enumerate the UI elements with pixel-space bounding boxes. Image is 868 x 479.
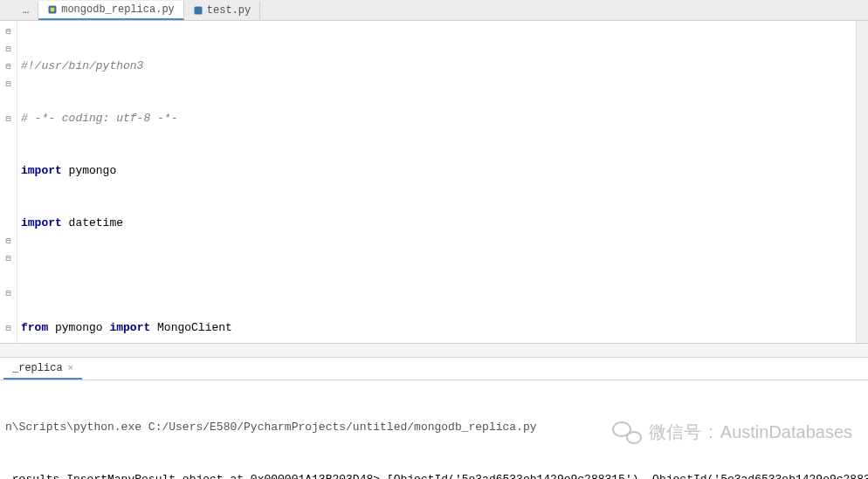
python-file-icon	[9, 5, 19, 16]
svg-rect-2	[194, 6, 202, 14]
fold-icon[interactable]: ⊟	[0, 23, 17, 40]
code-editor[interactable]: #!/usr/bin/python3 # -*- coding: utf-8 -…	[17, 21, 856, 343]
run-tabs: _replica ×	[0, 358, 868, 380]
panel-divider[interactable]	[0, 344, 868, 358]
svg-rect-1	[51, 7, 55, 11]
code-comment: # -*- coding: utf-8 -*-	[21, 112, 177, 125]
console-line: .results.InsertManyResult object at 0x00…	[5, 471, 863, 479]
run-tab-label: _replica	[12, 362, 63, 374]
console-output[interactable]: n\Scripts\python.exe C:/Users/E580/Pycha…	[0, 380, 868, 479]
python-file-icon	[193, 5, 203, 16]
fold-icon[interactable]: ⊟	[0, 58, 17, 75]
code-comment: #!/usr/bin/python3	[21, 59, 143, 72]
tab-file-0[interactable]: …	[0, 2, 38, 19]
tab-file-2[interactable]: test.py	[184, 2, 260, 19]
editor-tabs: … mongodb_replica.py test.py	[0, 0, 868, 21]
code-keyword: import	[21, 216, 62, 229]
python-file-icon	[47, 4, 58, 15]
tab-file-1[interactable]: mongodb_replica.py	[38, 1, 184, 20]
fold-icon[interactable]: ⊟	[0, 40, 17, 58]
fold-icon[interactable]: ⊟	[0, 110, 17, 127]
vertical-scrollbar[interactable]	[856, 21, 868, 343]
tab-label: mongodb_replica.py	[61, 3, 175, 16]
fold-icon[interactable]: ⊟	[0, 319, 17, 337]
tab-label: test.py	[207, 4, 251, 17]
code-keyword: import	[21, 164, 62, 177]
fold-icon[interactable]: ⊟	[0, 75, 17, 92]
run-tab[interactable]: _replica ×	[3, 359, 82, 380]
editor-area: ⊟ ⊟ ⊟ ⊟ ⊟ ⊟ ⊟ ⊟ ⊟ #!/usr/bin/python3 # -…	[0, 21, 868, 344]
console-line: n\Scripts\python.exe C:/Users/E580/Pycha…	[5, 419, 863, 436]
fold-end-icon[interactable]: ⊟	[0, 284, 17, 302]
gutter: ⊟ ⊟ ⊟ ⊟ ⊟ ⊟ ⊟ ⊟ ⊟	[0, 21, 17, 343]
tab-label: …	[23, 4, 29, 17]
fold-icon[interactable]: ⊟	[0, 232, 17, 250]
fold-icon[interactable]: ⊟	[0, 250, 17, 267]
close-icon[interactable]: ×	[68, 363, 74, 373]
